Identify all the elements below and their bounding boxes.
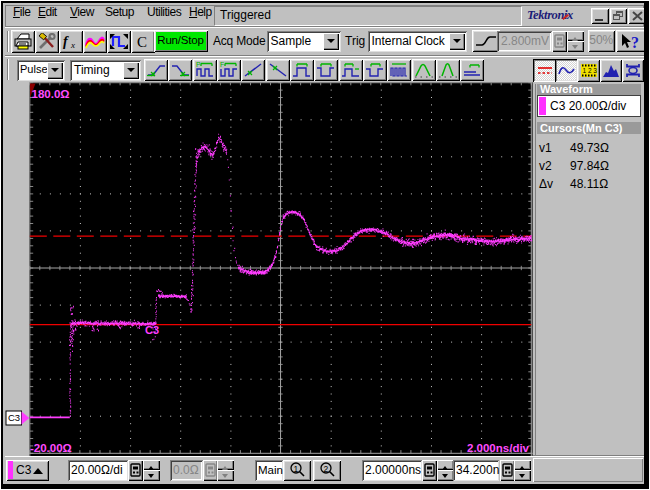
svg-text:180.0Ω: 180.0Ω: [32, 88, 70, 100]
svg-text:1: 1: [294, 464, 299, 474]
svg-text:1 2 3: 1 2 3: [582, 67, 597, 74]
svg-text:f: f: [63, 34, 69, 49]
svg-text:-20.00Ω: -20.00Ω: [30, 442, 72, 454]
svg-text:C3: C3: [145, 324, 159, 336]
svg-text:?: ?: [631, 34, 639, 50]
svg-text:P: P: [196, 61, 201, 68]
svg-text:2.000ns/div: 2.000ns/div: [467, 442, 530, 454]
svg-text:C3: C3: [8, 412, 20, 423]
svg-text:x: x: [70, 40, 75, 50]
svg-text:2: 2: [324, 464, 329, 474]
svg-text:F: F: [220, 61, 224, 68]
svg-text:C: C: [137, 34, 147, 50]
